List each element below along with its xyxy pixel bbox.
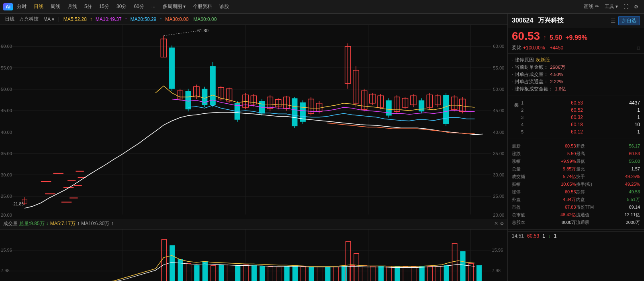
ct-indicator[interactable]: MA ▾ <box>42 16 56 22</box>
svg-rect-189 <box>460 251 465 281</box>
price-pct: +9.99% <box>565 34 587 41</box>
sg-val-latest: 60.53 <box>544 142 576 150</box>
info-label-reason: 涨停原因 <box>515 56 534 64</box>
svg-text:60.00: 60.00 <box>1 44 12 49</box>
volume-chart-svg: 15.96 7.98 万 15.96 7.98 万 2018/01 02 03 <box>0 230 507 281</box>
sealed-extra: +4450 <box>550 45 563 51</box>
sg-label-outer: 外盘 <box>512 196 544 203</box>
info-label-limit-amount: 涨停板成交金额： <box>515 85 553 92</box>
svg-text:35.00: 35.00 <box>493 151 504 156</box>
sg-label-latest: 最新 <box>512 142 544 150</box>
divider3 <box>508 139 644 139</box>
nav-60min[interactable]: 60分 <box>131 2 147 11</box>
tool-menu[interactable]: 工具 ▾ <box>602 2 620 11</box>
nav-15min[interactable]: 15分 <box>96 2 112 11</box>
info-val-float-pct: 2.22% <box>550 78 563 85</box>
draw-tool[interactable]: 画线 ✏ <box>581 2 601 11</box>
info-val-vol-pct: 4.50% <box>550 71 563 78</box>
svg-rect-171 <box>325 267 330 281</box>
ai-button[interactable]: Ai <box>3 3 13 10</box>
ob-row-2: 2 60.52 1 <box>521 107 640 114</box>
ts-price: 60.53 <box>527 233 539 239</box>
ob-row-1: 1 60.53 4437 <box>521 99 640 107</box>
sg-val-pe: 67.83 <box>544 203 576 211</box>
ct-divider1: | <box>58 16 59 22</box>
price-direction: ↑ <box>543 34 546 41</box>
ct-ma30: MA30:0.00 <box>164 16 190 22</box>
svg-rect-108 <box>419 101 424 112</box>
ob-row-3: 3 60.32 1 <box>521 114 640 121</box>
svg-rect-82 <box>292 98 297 126</box>
add-favorite-btn[interactable]: 加自选 <box>618 16 640 25</box>
sg-val-limit-down: 49.53 <box>608 188 640 195</box>
copy-icon[interactable]: □ <box>637 45 640 51</box>
sg-label-inner: 内盘 <box>576 196 608 203</box>
nav-more[interactable]: ··· <box>148 3 159 10</box>
vol-ma5: MA5:7.17万 <box>50 220 76 227</box>
nav-5min[interactable]: 5分 <box>81 2 95 11</box>
svg-rect-156 <box>202 261 207 281</box>
sealed-row: 委比 +100.00% +4450 □ <box>508 43 644 52</box>
svg-text:7.98: 7.98 <box>492 268 501 273</box>
svg-text:20.00: 20.00 <box>1 213 12 217</box>
sg-label-float-shares: 流通股 <box>576 219 608 226</box>
sg-val-open: 56.17 <box>608 142 640 150</box>
divider2 <box>508 96 644 96</box>
nav-fenshi[interactable]: 分时 <box>14 2 30 11</box>
info-label-float-pct: 封单占流通盘： <box>515 78 548 85</box>
nav-stockinfo[interactable]: 个股资料 <box>190 2 215 11</box>
sg-val-float-mkt: 12.11亿 <box>608 211 640 218</box>
stats-grid: 最新 60.53 开盘 56.17 涨跌 5.50 最高 60.53 涨幅 +9… <box>508 141 644 228</box>
vol-ma10-arrow: ↑ <box>111 221 113 226</box>
settings-btn[interactable]: ⚙ <box>632 3 641 10</box>
ct-ma10-arrow: ↑ <box>125 16 127 22</box>
sg-label-open: 开盘 <box>576 142 608 150</box>
ob-num-5: 5 <box>521 128 526 135</box>
info-dot3: · <box>512 71 513 78</box>
vol-ma10: MA10:6.30万 <box>81 220 109 227</box>
vol-settings[interactable]: ⚙ <box>500 221 504 226</box>
info-val-amount: 2686万 <box>550 64 565 71</box>
ob-qty-3: 1 <box>616 114 640 121</box>
header-icon-list[interactable]: ☰ <box>610 17 617 25</box>
sg-val-limit-up: 60.53 <box>544 188 576 195</box>
ob-row-5: 5 60.12 1 <box>521 128 640 135</box>
volume-toolbar: 成交量 总量:9.85万 ↓ MA5:7.17万 ↑ MA10:6.30万 ↑ … <box>0 219 507 229</box>
svg-rect-160 <box>235 265 240 281</box>
main-chart-svg: 60.00 55.00 50.00 45.00 40.00 35.00 30.0… <box>0 25 507 219</box>
reason-tag[interactable]: 次新股 <box>536 56 550 64</box>
ct-ma5-arrow: ↑ <box>90 16 92 22</box>
nav-30min[interactable]: 30分 <box>113 2 130 11</box>
ob-price-2: 60.52 <box>559 107 583 114</box>
sg-val-inner: 5.51万 <box>608 196 640 203</box>
svg-text:60.00: 60.00 <box>493 44 504 49</box>
ct-mode: 日线 <box>3 16 16 23</box>
ob-num-4: 4 <box>521 121 526 128</box>
svg-rect-56 <box>185 91 191 109</box>
nav-monthly[interactable]: 月线 <box>64 2 80 11</box>
current-price: 60.53 <box>512 30 540 43</box>
expand-btn[interactable]: ⛶ <box>621 3 631 10</box>
nav-diagnosis[interactable]: 诊股 <box>216 2 232 11</box>
svg-text:20.00: 20.00 <box>493 213 504 217</box>
ob-qty-4: 10 <box>616 121 640 128</box>
vol-close[interactable]: ✕ <box>494 221 498 226</box>
sealed-val: +100.00% <box>523 45 545 51</box>
ob-container: 买盘 1 60.53 4437 2 60.52 1 3 60.32 <box>512 99 640 135</box>
nav-multiperiod[interactable]: 多周期图 ▾ <box>159 2 189 11</box>
sg-val-volratio: 1.57 <box>608 165 640 172</box>
volume-chart[interactable]: 15.96 7.98 万 15.96 7.98 万 2018/01 02 03 <box>0 229 507 281</box>
sg-label-amount: 成交额 <box>512 173 544 180</box>
stock-name: 万兴科技 <box>538 17 564 24</box>
nav-weekly[interactable]: 周线 <box>47 2 63 11</box>
sg-label-limit-down: 跌停 <box>576 188 608 195</box>
svg-text:30.00: 30.00 <box>1 172 12 177</box>
svg-text:35.00: 35.00 <box>1 151 12 156</box>
sg-val-total-shares: 8000万 <box>544 219 576 226</box>
main-chart[interactable]: 60.00 55.00 50.00 45.00 40.00 35.00 30.0… <box>0 25 507 219</box>
info-dot1: · <box>512 56 513 64</box>
ob-num-1: 1 <box>521 99 526 107</box>
chart-area: 日线 万兴科技 MA ▾ | MA5:52.28 ↑ MA10:49.37 ↑ … <box>0 14 507 281</box>
sg-val-float-shares: 2000万 <box>608 219 640 226</box>
nav-daily[interactable]: 日线 <box>31 2 47 11</box>
